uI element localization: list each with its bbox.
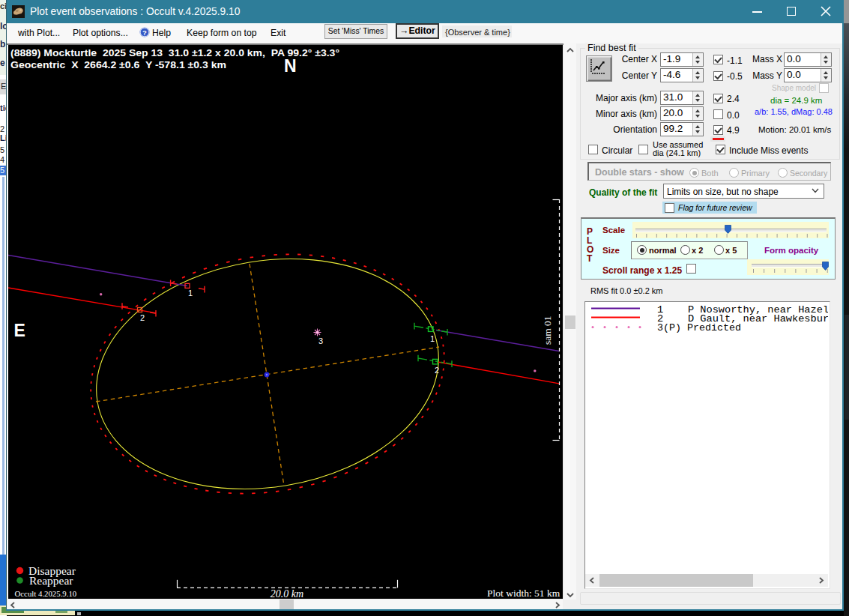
svg-text:2: 2	[435, 366, 439, 375]
svg-text:E: E	[14, 321, 25, 340]
svg-text:?: ?	[142, 28, 147, 37]
svg-text:1: 1	[188, 289, 193, 298]
svg-text:Geocentric X 2664.2 ±0.6 Y: Geocentric X 2664.2 ±0.6 Y -578.1 ±0.3 k…	[10, 60, 226, 70]
svg-text:Occult 4.2025.9.10: Occult 4.2025.9.10	[15, 589, 77, 598]
svg-text:2: 2	[140, 313, 145, 322]
svg-text:sam 01: sam 01	[542, 315, 553, 345]
svg-text:Reappear: Reappear	[29, 574, 73, 587]
svg-text:N: N	[284, 56, 297, 76]
svg-text:Plot width: 51 km: Plot width: 51 km	[487, 588, 561, 599]
svg-text:3(P) Predicted: 3(P) Predicted	[657, 322, 741, 333]
svg-text:20.0 km: 20.0 km	[271, 588, 303, 599]
svg-text:3: 3	[318, 336, 323, 345]
svg-text:1: 1	[430, 334, 435, 343]
